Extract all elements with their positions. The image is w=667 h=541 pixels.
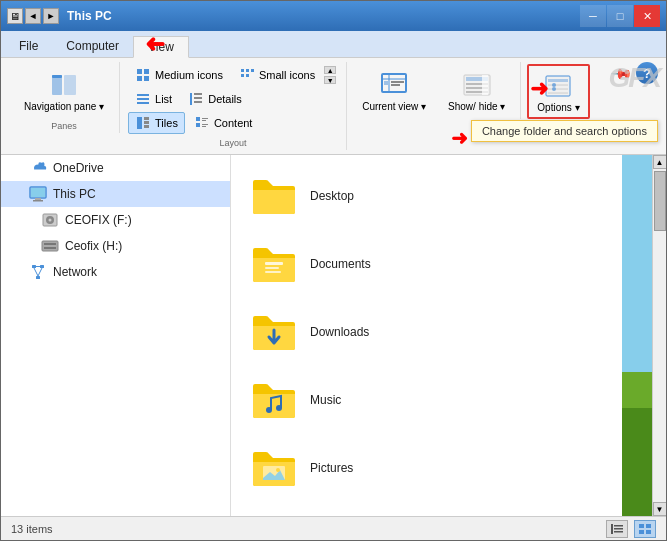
svg-rect-8 xyxy=(246,69,249,72)
current-view-icon xyxy=(378,69,410,101)
sidebar-item-ceofix-f[interactable]: CEOFIX (F:) xyxy=(1,207,230,233)
sidebar-item-thispc[interactable]: This PC xyxy=(1,181,230,207)
show-hide-button[interactable]: Show/ hide ▾ xyxy=(439,64,514,117)
scroll-up-button[interactable]: ▲ xyxy=(653,155,667,169)
desktop-folder-label: Desktop xyxy=(310,189,354,203)
ribbon-tabs: File Computer View xyxy=(1,31,666,57)
svg-rect-80 xyxy=(646,524,651,528)
show-hide-label: Show/ hide ▾ xyxy=(448,101,505,112)
show-hide-icon xyxy=(461,69,493,101)
music-folder-item[interactable]: Music xyxy=(243,367,640,433)
svg-rect-22 xyxy=(144,125,149,128)
content-btn[interactable]: Content xyxy=(187,112,260,134)
svg-rect-9 xyxy=(251,69,254,72)
videos-folder-icon xyxy=(250,512,298,516)
maximize-button[interactable]: □ xyxy=(607,5,633,27)
small-icons-icon xyxy=(239,67,255,83)
navigation-pane-icon xyxy=(48,69,80,101)
svg-rect-2 xyxy=(52,75,62,78)
svg-rect-6 xyxy=(144,76,149,81)
tab-file[interactable]: File xyxy=(5,35,52,57)
sidebar: OneDrive This PC xyxy=(1,155,231,516)
ribbon-content: Navigation pane ▾ Panes xyxy=(1,57,666,154)
list-label: List xyxy=(155,93,172,105)
tab-computer[interactable]: Computer xyxy=(52,35,133,57)
svg-rect-77 xyxy=(614,528,623,530)
item-count-label: 13 items xyxy=(11,523,53,535)
sidebar-item-ceofix-h[interactable]: Ceofix (H:) xyxy=(1,233,230,259)
quick-access-icon[interactable]: ◄ xyxy=(25,8,41,24)
details-icon xyxy=(188,91,204,107)
svg-rect-78 xyxy=(614,531,623,533)
svg-rect-81 xyxy=(639,530,644,534)
tiles-icon xyxy=(135,115,151,131)
tiles-label: Tiles xyxy=(155,117,178,129)
svg-rect-11 xyxy=(246,74,249,77)
tiles-view-toggle[interactable] xyxy=(634,520,656,538)
tiles-btn[interactable]: Tiles xyxy=(128,112,185,134)
svg-point-54 xyxy=(49,219,52,222)
downloads-folder-item[interactable]: Downloads xyxy=(243,299,640,365)
svg-rect-57 xyxy=(44,247,56,249)
ceofix-f-icon xyxy=(41,211,59,229)
svg-rect-58 xyxy=(32,265,36,268)
svg-rect-75 xyxy=(611,524,613,534)
current-view-label: Current view ▾ xyxy=(362,101,426,112)
sidebar-item-thispc-label: This PC xyxy=(53,187,96,201)
ribbon-row-3: Tiles Co xyxy=(128,112,338,134)
scrollbar: ▲ ▼ xyxy=(652,155,666,516)
title-bar: 🖥 ◄ ► This PC ─ □ ✕ xyxy=(1,1,666,31)
svg-rect-13 xyxy=(137,98,149,100)
list-btn[interactable]: List xyxy=(128,88,179,110)
desktop-folder-item[interactable]: Desktop xyxy=(243,163,640,229)
svg-rect-66 xyxy=(265,271,281,273)
svg-rect-65 xyxy=(265,267,279,269)
svg-rect-28 xyxy=(202,126,206,127)
svg-rect-1 xyxy=(64,75,76,95)
current-view-button[interactable]: Current view ▾ xyxy=(353,64,435,117)
small-icons-btn[interactable]: Small icons xyxy=(232,64,322,86)
svg-rect-21 xyxy=(144,121,149,124)
videos-folder-item[interactable]: Videos xyxy=(243,503,640,516)
svg-rect-5 xyxy=(137,76,142,81)
explorer-window: 🖥 ◄ ► This PC ─ □ ✕ File Computer View ➜ xyxy=(0,0,667,541)
ribbon: File Computer View ➜ Navigation pane ▾ xyxy=(1,31,666,155)
details-btn[interactable]: Details xyxy=(181,88,249,110)
navigation-pane-button[interactable]: Navigation pane ▾ xyxy=(15,64,113,117)
red-arrow-options: ➜ xyxy=(530,76,548,102)
title-controls: ─ □ ✕ xyxy=(580,5,660,27)
red-arrow-view: ➜ xyxy=(145,31,165,59)
svg-rect-26 xyxy=(196,123,200,127)
documents-folder-label: Documents xyxy=(310,257,371,271)
title-bar-icons: 🖥 ◄ ► xyxy=(7,8,59,24)
scroll-down-button[interactable]: ▼ xyxy=(653,502,667,516)
music-folder-label: Music xyxy=(310,393,341,407)
content-label: Content xyxy=(214,117,253,129)
desktop-folder-icon xyxy=(250,172,298,220)
svg-point-67 xyxy=(266,407,272,413)
svg-line-61 xyxy=(34,268,38,276)
options-label: Options ▾ xyxy=(537,102,579,113)
pictures-folder-item[interactable]: Pictures xyxy=(243,435,640,501)
help-button[interactable]: ? xyxy=(636,62,658,84)
svg-rect-3 xyxy=(137,69,142,74)
ribbon-group-panes: Navigation pane ▾ Panes xyxy=(9,62,120,133)
layout-scroll-up[interactable]: ▲ xyxy=(324,66,336,74)
svg-rect-27 xyxy=(202,124,208,125)
medium-icons-btn[interactable]: Medium icons xyxy=(128,64,230,86)
documents-folder-item[interactable]: Documents xyxy=(243,231,640,297)
main-area: OneDrive This PC xyxy=(1,155,666,516)
quick-access-icon2[interactable]: ► xyxy=(43,8,59,24)
close-button[interactable]: ✕ xyxy=(634,5,660,27)
sidebar-item-onedrive[interactable]: OneDrive xyxy=(1,155,230,181)
svg-rect-7 xyxy=(241,69,244,72)
minimize-button[interactable]: ─ xyxy=(580,5,606,27)
svg-rect-17 xyxy=(194,97,202,99)
details-label: Details xyxy=(208,93,242,105)
layout-scroll-down[interactable]: ▼ xyxy=(324,76,336,84)
pin-icon[interactable]: 📌 xyxy=(610,61,633,84)
sidebar-item-network[interactable]: Network xyxy=(1,259,230,285)
svg-rect-59 xyxy=(40,265,44,268)
details-view-toggle[interactable] xyxy=(606,520,628,538)
scroll-thumb[interactable] xyxy=(654,171,666,231)
